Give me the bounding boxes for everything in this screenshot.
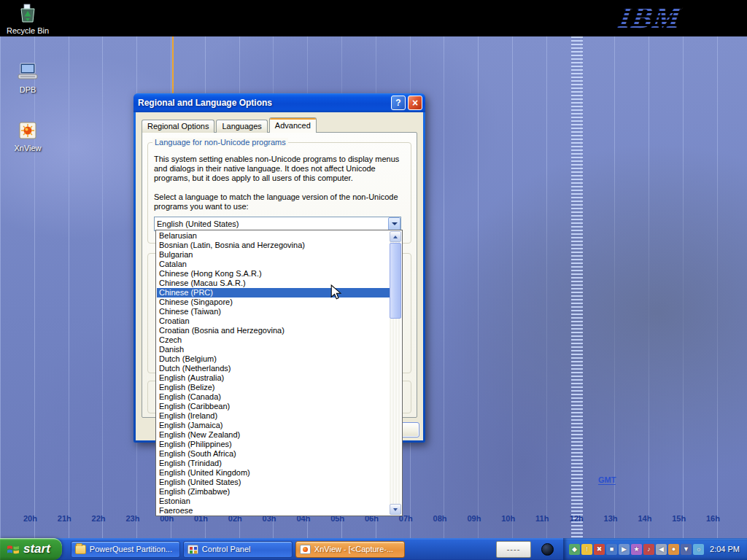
task-scheduler-icon[interactable]: ● xyxy=(668,544,679,555)
chevron-down-icon xyxy=(392,222,398,225)
hour-label: 10h xyxy=(501,514,515,523)
dpb-label: DPB xyxy=(20,85,36,94)
language-options: BelarusianBosnian (Latin, Bosnia and Her… xyxy=(157,231,390,515)
language-combobox[interactable]: English (United States) xyxy=(154,217,401,231)
antivirus-status-icon[interactable]: ✖ xyxy=(594,544,605,555)
security-center-icon[interactable]: ! xyxy=(581,544,592,555)
task-label: XnView - [<Capture-... xyxy=(314,545,393,553)
language-option[interactable]: Bulgarian xyxy=(157,250,390,260)
language-option[interactable]: Croatian (Bosnia and Herzegovina) xyxy=(157,326,390,335)
hour-label: 08h xyxy=(433,514,447,523)
language-option[interactable]: English (New Zealand) xyxy=(157,430,390,440)
dpb-icon[interactable]: DPB xyxy=(1,61,54,94)
tab[interactable]: Languages xyxy=(216,120,267,133)
updates-icon[interactable]: ☼ xyxy=(693,544,704,555)
language-option[interactable]: English (Ireland) xyxy=(157,411,390,421)
scroll-up-button[interactable] xyxy=(390,231,401,242)
task-icon xyxy=(187,545,198,554)
tray-icons: ◆!✖■▶★♪◀●▼☼ xyxy=(569,544,704,555)
language-option[interactable]: Dutch (Netherlands) xyxy=(157,364,390,373)
language-option[interactable]: English (United Kingdom) xyxy=(157,468,390,478)
language-option[interactable]: Dutch (Belgium) xyxy=(157,354,390,364)
taskbar-task-button[interactable]: PowerQuest Partition... xyxy=(71,541,180,558)
combobox-dropdown-button[interactable] xyxy=(388,217,400,230)
arrow-up-icon xyxy=(393,236,398,238)
language-option[interactable]: English (Caribbean) xyxy=(157,402,390,411)
taskbar-task-button[interactable]: Control Panel xyxy=(183,541,293,558)
close-button[interactable]: × xyxy=(408,96,422,110)
color-profile-icon[interactable]: ★ xyxy=(631,544,642,555)
taskbar: start PowerQuest Partition... Control Pa… xyxy=(0,538,747,560)
hour-label: 15h xyxy=(672,514,686,523)
ups-status-icon[interactable]: ▼ xyxy=(681,544,692,555)
hour-label: 20h xyxy=(23,514,37,523)
dialog-titlebar[interactable]: Regional and Language Options ? × xyxy=(133,93,425,112)
language-option[interactable]: Czech xyxy=(157,335,390,345)
network-status-icon[interactable]: ▶ xyxy=(619,544,630,555)
scrollbar-thumb[interactable] xyxy=(390,243,401,319)
graphics-settings-icon[interactable]: ■ xyxy=(606,544,617,555)
language-option[interactable]: English (Canada) xyxy=(157,392,390,402)
language-option[interactable]: English (South Africa) xyxy=(157,449,390,459)
language-option[interactable]: Estonian xyxy=(157,497,390,506)
xnview-glyph xyxy=(17,120,39,141)
volume-icon[interactable]: ◀ xyxy=(656,544,667,555)
safely-remove-hardware-icon[interactable]: ◆ xyxy=(569,544,580,555)
dialog-title: Regional and Language Options xyxy=(138,98,389,108)
recycle-bin-glyph xyxy=(17,2,39,24)
language-option[interactable]: English (Zimbabwe) xyxy=(157,487,390,497)
language-option[interactable]: Bosnian (Latin, Bosnia and Herzegovina) xyxy=(157,241,390,250)
windows-flag-icon xyxy=(7,543,20,555)
language-option[interactable]: Chinese (PRC) xyxy=(157,288,390,298)
tab-strip: Regional OptionsLanguagesAdvanced xyxy=(142,117,318,133)
language-option[interactable]: Danish xyxy=(157,345,390,354)
language-option[interactable]: English (Philippines) xyxy=(157,440,390,449)
recycle-bin-icon[interactable]: Recycle Bin xyxy=(1,2,54,35)
task-icon xyxy=(75,545,86,554)
description-text: This system setting enables non-Unicode … xyxy=(154,155,403,183)
tab[interactable]: Advanced xyxy=(269,117,317,133)
language-option[interactable]: Catalan xyxy=(157,260,390,269)
start-label: start xyxy=(23,542,50,556)
language-option[interactable]: Chinese (Singapore) xyxy=(157,298,390,307)
language-option[interactable]: Croatian xyxy=(157,316,390,326)
language-option[interactable]: English (Trinidad) xyxy=(157,459,390,468)
hour-label: 21h xyxy=(58,514,71,523)
xnview-icon[interactable]: XnView xyxy=(1,120,54,152)
toolbar-divider-button[interactable]: ---- xyxy=(496,541,531,558)
volume-muted-icon[interactable]: ♪ xyxy=(643,544,654,555)
task-label: Control Panel xyxy=(202,545,251,553)
taskbar-task-button[interactable]: XnView - [<Capture-... xyxy=(295,541,405,558)
timezone-hatch-band xyxy=(571,36,583,538)
language-option[interactable]: Chinese (Taiwan) xyxy=(157,307,390,316)
hour-label: 13h xyxy=(604,514,618,523)
language-option[interactable]: English (Jamaica) xyxy=(157,421,390,430)
language-listbox: BelarusianBosnian (Latin, Bosnia and Her… xyxy=(155,230,403,516)
time-marker-line xyxy=(172,36,174,93)
combobox-value: English (United States) xyxy=(155,219,388,228)
recycle-bin-label: Recycle Bin xyxy=(7,26,49,35)
xnview-label: XnView xyxy=(14,144,41,152)
language-option[interactable]: Chinese (Hong Kong S.A.R.) xyxy=(157,269,390,279)
instruction-text: Select a language to match the language … xyxy=(154,192,403,211)
listbox-scrollbar[interactable] xyxy=(390,231,401,515)
language-option[interactable]: Belarusian xyxy=(157,231,390,241)
task-icon xyxy=(300,545,311,554)
hour-label: 14h xyxy=(638,514,651,523)
scroll-down-button[interactable] xyxy=(390,504,401,515)
tab[interactable]: Regional Options xyxy=(142,120,214,133)
arrow-down-icon xyxy=(393,508,398,511)
gmt-label: GMT xyxy=(598,475,616,485)
language-option[interactable]: English (Belize) xyxy=(157,383,390,392)
language-option[interactable]: English (United States) xyxy=(157,478,390,487)
status-indicator-icon[interactable] xyxy=(541,543,554,556)
language-option[interactable]: English (Australia) xyxy=(157,373,390,383)
start-button[interactable]: start xyxy=(0,538,62,560)
ibm-logo: IBM xyxy=(617,0,684,35)
taskbar-clock[interactable]: 2:04 PM xyxy=(710,545,740,553)
language-option[interactable]: Faeroese xyxy=(157,506,390,515)
help-button[interactable]: ? xyxy=(391,96,406,110)
language-option[interactable]: Chinese (Macau S.A.R.) xyxy=(157,279,390,288)
taskbar-indicator xyxy=(531,543,563,556)
hour-label: 22h xyxy=(92,514,106,523)
